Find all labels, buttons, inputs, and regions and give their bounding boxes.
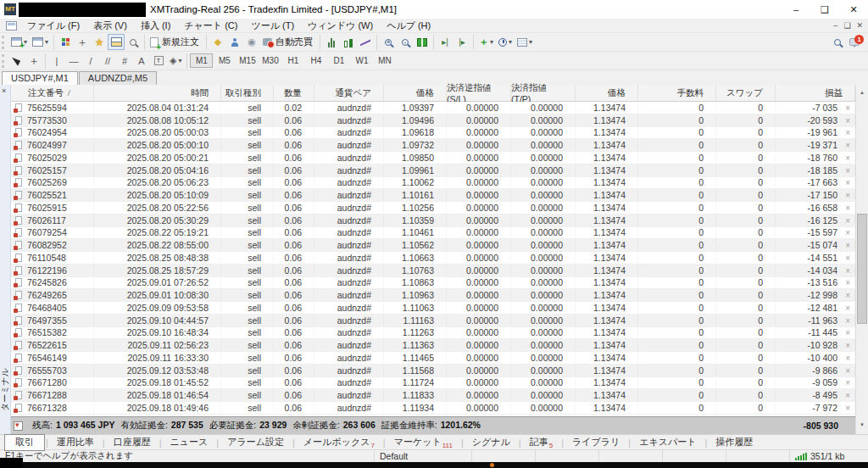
column-header-4[interactable]: 通貨ペア (314, 85, 384, 101)
market-watch-button[interactable] (57, 34, 74, 50)
new-order-button[interactable]: +新規注文 (147, 34, 203, 50)
vertical-line-button[interactable]: | (48, 53, 65, 69)
fibonacci-button[interactable]: # (116, 53, 133, 69)
chart-tab-1[interactable]: AUDNZD#,M5 (79, 71, 157, 85)
table-row[interactable]: 761221962025.08.25 18:57:29sell0.06audnz… (11, 265, 855, 277)
text-label-button[interactable]: T (150, 53, 167, 69)
new-chart-button[interactable]: +▾ (8, 34, 30, 50)
table-row[interactable]: 766712882025.09.18 01:46:54sell0.06audnz… (11, 389, 855, 402)
child-window-icon[interactable] (6, 21, 17, 31)
terminal-side-label[interactable]: ターミナル (0, 377, 11, 411)
minimize-button[interactable]: – (782, 0, 810, 19)
bar-chart-button[interactable] (323, 34, 340, 50)
table-row[interactable]: 760829522025.08.22 08:55:00sell0.06audnz… (11, 239, 855, 252)
close-position-icon[interactable]: × (845, 141, 850, 150)
line-chart-button[interactable] (357, 34, 374, 50)
close-position-icon[interactable]: × (845, 254, 850, 263)
table-row[interactable]: 765557032025.09.12 03:53:48sell0.06audnz… (11, 365, 855, 377)
timeframe-w1[interactable]: W1 (350, 53, 373, 68)
chart-tab-0[interactable]: USDJPY#,M1 (2, 71, 78, 85)
scroll-down-arrow[interactable]: ▼ (856, 419, 868, 431)
data-window-button[interactable]: ＋ (74, 34, 91, 50)
status-profile[interactable]: Default (375, 450, 472, 462)
table-row[interactable]: 760255212025.08.20 05:10:09sell0.06audnz… (11, 189, 855, 202)
close-position-icon[interactable]: × (845, 378, 850, 387)
table-row[interactable]: 760250292025.08.20 05:00:21sell0.06audnz… (11, 152, 855, 164)
close-position-icon[interactable]: × (845, 116, 850, 125)
terminal-tab-10[interactable]: エキスパート (632, 435, 704, 450)
account-summary-row[interactable]: 残高:1 093 465 JPY有効証拠金:287 535必要証拠金:23 92… (11, 416, 855, 434)
close-position-icon[interactable]: × (845, 103, 850, 113)
table-row[interactable]: 760261172025.08.20 05:30:29sell0.06audnz… (11, 214, 855, 227)
column-header-0[interactable]: 注文番号/ (11, 85, 94, 101)
child-close-button[interactable]: ✕ (856, 21, 863, 30)
column-header-2[interactable]: 取引種別 (221, 85, 274, 101)
toolbar-grip[interactable] (2, 36, 6, 49)
table-row[interactable]: 762492652025.09.01 10:08:30sell0.06audnz… (11, 289, 855, 302)
close-position-icon[interactable]: × (845, 216, 850, 226)
menu-item-2[interactable]: 挿入 (I) (134, 20, 177, 31)
column-header-5[interactable]: 価格 (384, 85, 447, 101)
table-row[interactable]: 760259152025.08.20 05:22:56sell0.06audnz… (11, 202, 855, 214)
terminal-tab-11[interactable]: 操作履歴 (708, 435, 760, 450)
trendline-button[interactable]: / (82, 53, 99, 69)
table-row[interactable]: 765461492025.09.11 16:33:30sell0.06audnz… (11, 352, 855, 365)
toolbar-grip[interactable] (2, 54, 6, 68)
close-position-icon[interactable]: × (845, 241, 850, 250)
terminal-tab-9[interactable]: ライブラリ (565, 435, 627, 450)
menu-item-4[interactable]: ツール (T) (244, 20, 301, 31)
timeframe-m30[interactable]: M30 (259, 53, 281, 68)
scrollbar-thumb[interactable] (857, 214, 867, 324)
close-button[interactable]: ✕ (839, 0, 868, 19)
close-position-icon[interactable]: × (845, 191, 850, 200)
table-row[interactable]: 760252692025.08.20 05:06:23sell0.06audnz… (11, 177, 855, 190)
close-position-icon[interactable]: × (845, 328, 850, 337)
close-position-icon[interactable]: × (845, 316, 850, 326)
table-row[interactable]: 762458262025.09.01 07:26:52sell0.06audnz… (11, 277, 855, 290)
table-row[interactable]: 756255942025.08.04 01:31:24sell0.02audnz… (11, 102, 855, 114)
strategy-tester-button[interactable] (125, 34, 142, 50)
table-row[interactable]: 764684052025.09.09 09:53:58sell0.06audnz… (11, 302, 855, 315)
terminal-tab-7[interactable]: シグナル (465, 435, 518, 450)
close-position-icon[interactable]: × (845, 266, 850, 276)
scroll-up-arrow[interactable]: ▲ (856, 86, 868, 98)
terminal-tab-6[interactable]: マーケット111 (387, 435, 460, 450)
menu-item-5[interactable]: ウィンドウ (W) (301, 20, 380, 31)
close-position-icon[interactable]: × (845, 391, 850, 400)
child-minimize-button[interactable]: – (833, 21, 837, 30)
tile-windows-button[interactable] (414, 34, 431, 50)
metaeditor-button[interactable]: ◆ (209, 34, 226, 50)
zoom-out-button[interactable]: - (397, 34, 414, 50)
panel-close-icon[interactable]: × (2, 86, 6, 95)
terminal-tab-3[interactable]: ニュース (163, 435, 216, 450)
notifications-button[interactable]: 1 (846, 34, 863, 50)
column-header-7[interactable]: 決済指値(T/P) (511, 85, 576, 101)
channel-button[interactable]: // (99, 53, 116, 69)
table-row[interactable]: 761105482025.08.25 08:48:38sell0.06audnz… (11, 252, 855, 265)
table-row[interactable]: 757735302025.08.08 10:05:12sell0.06audnz… (11, 114, 855, 127)
column-header-6[interactable]: 決済逆指値(S/L) (447, 85, 511, 101)
column-header-1[interactable]: 時間 (94, 85, 221, 101)
table-row[interactable]: 766712802025.09.18 01:45:52sell0.06audnz… (11, 377, 855, 390)
terminal-tab-5[interactable]: メールボックス7 (296, 435, 382, 450)
profiles-button[interactable]: ▾ (30, 34, 51, 50)
menu-item-1[interactable]: 表示 (V) (86, 20, 134, 31)
candlestick-button[interactable] (340, 34, 357, 50)
close-position-icon[interactable]: × (845, 153, 850, 163)
zoom-in-button[interactable]: + (380, 34, 397, 50)
close-position-icon[interactable]: × (845, 354, 850, 363)
table-row[interactable]: 760251572025.08.20 05:04:16sell0.06audnz… (11, 164, 855, 177)
table-row[interactable]: 765226152025.09.11 02:56:23sell0.06audnz… (11, 339, 855, 352)
table-row[interactable]: 764973552025.09.10 04:44:57sell0.06audnz… (11, 315, 855, 327)
terminal-tab-8[interactable]: 記事5 (522, 435, 560, 450)
column-header-3[interactable]: 数量 (274, 85, 314, 101)
timeframe-h1[interactable]: H1 (281, 53, 304, 68)
text-tool-button[interactable]: A (133, 53, 150, 69)
close-position-icon[interactable]: × (845, 178, 850, 187)
terminal-tab-4[interactable]: アラーム設定 (220, 435, 292, 450)
menu-item-0[interactable]: ファイル (F) (20, 20, 86, 31)
table-row[interactable]: 760792542025.08.22 05:19:21sell0.06audnz… (11, 227, 855, 240)
chart-shift-button[interactable]: |▸ (453, 34, 470, 50)
auto-scroll-button[interactable]: ▸| (437, 34, 453, 50)
community-button[interactable] (226, 34, 243, 50)
